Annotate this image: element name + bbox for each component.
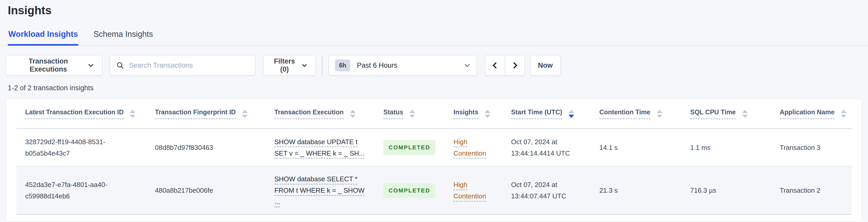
column-header-sql-cpu-time[interactable]: SQL CPU Time	[681, 108, 771, 119]
sort-arrows-icon	[350, 110, 355, 118]
sort-arrows-icon	[242, 110, 248, 118]
sql-cpu-time-cell: 1.1 ms	[681, 142, 771, 153]
next-time-range-button[interactable]	[505, 55, 525, 76]
status-badge: COMPLETED	[383, 183, 436, 198]
sort-arrows-icon	[568, 110, 574, 118]
latest-execution-id-cell: 328729d2-ff19-4408-8531-b05a5b4e43c7	[17, 136, 146, 159]
status-cell: COMPLETED	[375, 140, 445, 155]
chevron-down-icon	[301, 62, 308, 68]
sql-cpu-time-cell: 716.3 µs	[681, 185, 771, 196]
time-range-pager	[485, 55, 525, 76]
transaction-execution-link[interactable]: SHOW database SELECT * FROM t WHERE k = …	[274, 175, 365, 205]
sort-arrows-icon	[409, 110, 415, 118]
column-header-status[interactable]: Status	[375, 108, 445, 119]
filters-dropdown[interactable]: Filters (0)	[263, 55, 316, 76]
now-button-label: Now	[538, 61, 553, 69]
search-box	[110, 55, 255, 76]
toolbar: Transaction Executions Filters (0) 6h Pa…	[6, 55, 868, 76]
chevron-right-icon	[511, 61, 519, 70]
column-header-insights[interactable]: Insights	[445, 108, 502, 119]
start-time-cell: Oct 07, 2024 at 13:44:07.447 UTC	[502, 179, 591, 202]
tab-workload-insights[interactable]: Workload Insights	[8, 29, 79, 45]
application-name-cell: Transaction 3	[771, 142, 851, 153]
column-header-transaction-execution[interactable]: Transaction Execution	[266, 108, 375, 119]
start-time-cell: Oct 07, 2024 at 13:44:14.4414 UTC	[502, 136, 591, 159]
insights-table-card: Latest Transaction Execution ID Transact…	[6, 99, 862, 221]
tab-schema-insights[interactable]: Schema Insights	[93, 29, 153, 45]
previous-time-range-button[interactable]	[485, 55, 505, 76]
filters-label: Filters (0)	[271, 57, 298, 73]
transaction-execution-link[interactable]: SHOW database UPDATE t SET v = _ WHERE k…	[274, 138, 365, 157]
results-summary: 1-2 of 2 transaction insights	[8, 84, 868, 92]
application-name-cell: Transaction 2	[771, 185, 851, 196]
latest-execution-id-cell: 452da3e7-e7fa-4801-aa40-c59988d14eb6	[17, 179, 146, 202]
transaction-execution-cell: SHOW database SELECT * FROM t WHERE k = …	[266, 173, 375, 208]
insights-cell: High Contention	[445, 136, 502, 159]
sort-arrows-icon	[657, 110, 662, 118]
execution-type-dropdown[interactable]: Transaction Executions	[6, 55, 102, 76]
chevron-down-icon	[464, 62, 471, 69]
column-header-contention-time[interactable]: Contention Time	[591, 108, 681, 119]
search-input[interactable]	[128, 61, 249, 70]
column-header-start-time[interactable]: Start Time (UTC)	[502, 108, 591, 119]
column-header-transaction-fingerprint-id[interactable]: Transaction Fingerprint ID	[146, 108, 266, 119]
status-badge: COMPLETED	[383, 140, 436, 155]
high-contention-link[interactable]: High Contention	[454, 138, 486, 157]
column-header-latest-transaction-execution-id[interactable]: Latest Transaction Execution ID	[17, 108, 146, 119]
time-range-badge: 6h	[335, 59, 350, 71]
table-header-row: Latest Transaction Execution ID Transact…	[17, 99, 851, 129]
chevron-left-icon	[491, 61, 499, 70]
transaction-execution-cell: SHOW database UPDATE t SET v = _ WHERE k…	[266, 136, 375, 159]
sort-arrows-icon	[841, 110, 846, 118]
execution-type-dropdown-label: Transaction Executions	[14, 57, 83, 73]
page-title: Insights	[8, 4, 868, 17]
column-header-application-name[interactable]: Application Name	[771, 108, 853, 119]
insights-cell: High Contention	[445, 179, 502, 202]
sort-arrows-icon	[485, 110, 490, 118]
table-row: 452da3e7-e7fa-4801-aa40-c59988d14eb6 480…	[17, 166, 851, 215]
contention-time-cell: 21.3 s	[591, 185, 681, 196]
sort-arrows-icon	[130, 110, 135, 118]
time-range-label: Past 6 Hours	[357, 61, 397, 69]
high-contention-link[interactable]: High Contention	[454, 181, 486, 200]
sort-arrows-icon	[742, 110, 748, 118]
tabs: Workload Insights Schema Insights	[0, 29, 868, 45]
table-row: 328729d2-ff19-4408-8531-b05a5b4e43c7 08d…	[17, 129, 851, 166]
now-button[interactable]: Now	[530, 55, 561, 76]
fingerprint-id-cell: 08d8b7d97f830463	[146, 142, 266, 153]
chevron-down-icon	[88, 62, 94, 69]
status-cell: COMPLETED	[375, 183, 445, 198]
fingerprint-id-cell: 480a8b217be006fe	[146, 185, 266, 196]
search-icon	[116, 61, 124, 69]
time-range-picker[interactable]: 6h Past 6 Hours	[329, 55, 477, 76]
toolbar-divider	[322, 55, 322, 76]
contention-time-cell: 14.1 s	[591, 142, 681, 153]
transaction-insights-table: Latest Transaction Execution ID Transact…	[17, 99, 851, 215]
